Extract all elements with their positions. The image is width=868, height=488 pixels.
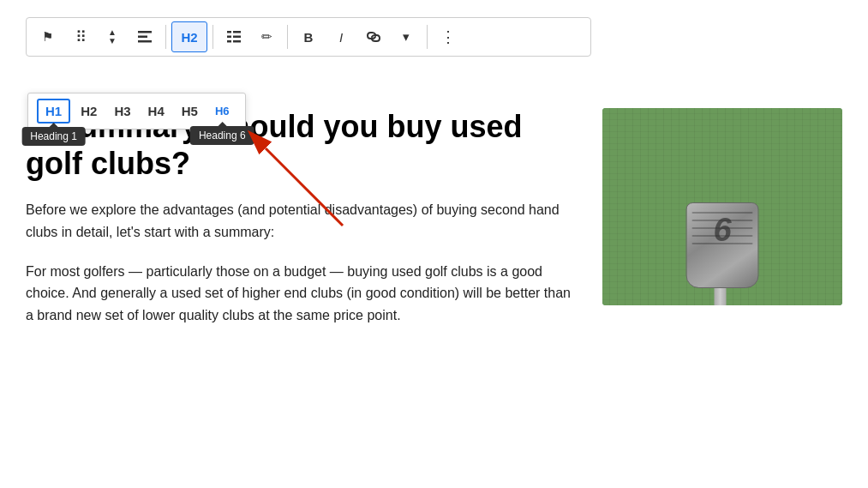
svg-rect-4 xyxy=(233,31,241,33)
heading1-tooltip: Heading 1 xyxy=(21,127,86,146)
bookmark-button[interactable]: ⚑ xyxy=(32,21,63,52)
formatting-toolbar: ⚑ ⠿ ▲▼ H2 ✏ B I ▾ ⋮ xyxy=(26,17,591,57)
svg-rect-5 xyxy=(227,36,231,39)
main-content: In summary, should you buy used golf clu… xyxy=(26,108,577,343)
heading4-option[interactable]: H4 xyxy=(141,100,171,122)
separator-2 xyxy=(213,25,213,49)
move-button[interactable]: ▲▼ xyxy=(97,21,128,52)
italic-button[interactable]: I xyxy=(326,21,356,52)
drag-handle-button[interactable]: ⠿ xyxy=(64,21,95,52)
svg-rect-8 xyxy=(233,40,241,43)
svg-rect-7 xyxy=(227,40,231,43)
heading2-button[interactable]: H2 xyxy=(171,21,207,52)
bold-button[interactable]: B xyxy=(293,21,324,52)
golf-club-image: 6 xyxy=(602,108,842,305)
paragraph-1: Before we explore the advantages (and po… xyxy=(26,199,577,243)
list-button[interactable] xyxy=(218,21,249,52)
svg-rect-0 xyxy=(138,31,152,33)
paragraph-2: For most golfers — particularly those on… xyxy=(26,261,577,327)
pen-button[interactable]: ✏ xyxy=(251,21,282,52)
svg-rect-6 xyxy=(233,36,241,39)
align-button[interactable] xyxy=(129,21,160,52)
svg-rect-3 xyxy=(227,31,231,33)
heading5-option[interactable]: H5 xyxy=(175,100,205,122)
link-button[interactable] xyxy=(358,21,389,52)
separator-4 xyxy=(427,25,428,49)
heading3-option[interactable]: H3 xyxy=(107,100,137,122)
heading1-option[interactable]: H1 Heading 1 xyxy=(37,99,70,124)
heading-options-dropdown: H1 Heading 1 H2 H3 H4 H5 H6 Heading 6 xyxy=(27,93,246,130)
svg-rect-1 xyxy=(138,36,147,39)
heading6-tooltip: Heading 6 xyxy=(190,126,254,145)
separator-3 xyxy=(287,25,288,49)
svg-rect-2 xyxy=(138,40,152,43)
more-button[interactable]: ▾ xyxy=(391,21,422,52)
separator-1 xyxy=(165,25,166,49)
heading2-option[interactable]: H2 xyxy=(74,100,104,122)
options-button[interactable]: ⋮ xyxy=(433,21,464,52)
heading6-option[interactable]: H6 Heading 6 xyxy=(208,101,236,121)
